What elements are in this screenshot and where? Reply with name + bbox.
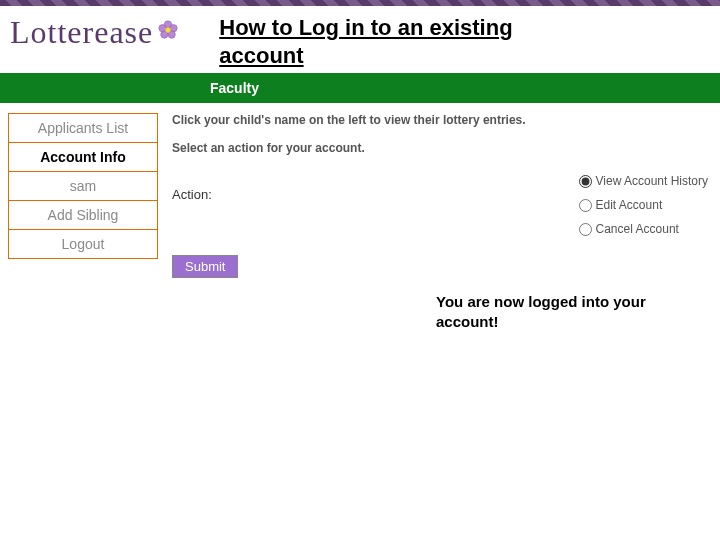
submit-button[interactable]: Submit bbox=[172, 255, 238, 278]
radio-label-edit: Edit Account bbox=[596, 198, 663, 212]
logo: Lotterease bbox=[10, 14, 179, 51]
svg-point-1 bbox=[170, 25, 177, 32]
main-area: Applicants List Account Info sam Add Sib… bbox=[0, 103, 720, 278]
svg-point-4 bbox=[159, 25, 166, 32]
sidebar-item-add-sibling[interactable]: Add Sibling bbox=[8, 201, 158, 230]
radio-edit-account[interactable]: Edit Account bbox=[579, 193, 709, 217]
logo-text: Lotterease bbox=[10, 14, 153, 51]
action-label: Action: bbox=[172, 169, 212, 202]
sidebar-item-logout[interactable]: Logout bbox=[8, 230, 158, 259]
instruction-2: Select an action for your account. bbox=[172, 141, 708, 155]
radio-label-view: View Account History bbox=[596, 174, 709, 188]
logged-in-note: You are now logged into your account! bbox=[436, 292, 666, 331]
action-area: Action: View Account History Edit Accoun… bbox=[172, 169, 708, 241]
radio-label-cancel: Cancel Account bbox=[596, 222, 679, 236]
sidebar-item-account-info[interactable]: Account Info bbox=[8, 143, 158, 172]
header-row: Lotterease How to Log in to an existing … bbox=[0, 6, 720, 73]
flower-icon bbox=[157, 12, 179, 49]
sidebar-item-sam[interactable]: sam bbox=[8, 172, 158, 201]
radio-cancel-account[interactable]: Cancel Account bbox=[579, 217, 709, 241]
svg-point-5 bbox=[166, 27, 172, 33]
sidebar: Applicants List Account Info sam Add Sib… bbox=[8, 113, 158, 278]
content-panel: Click your child's name on the left to v… bbox=[158, 113, 708, 278]
green-bar-label: Faculty bbox=[210, 80, 259, 96]
radio-input-view[interactable] bbox=[579, 175, 592, 188]
page-title: How to Log in to an existing account bbox=[219, 14, 579, 69]
sidebar-item-applicants-list[interactable]: Applicants List bbox=[8, 113, 158, 143]
green-bar: Faculty bbox=[0, 73, 720, 103]
radio-view-account-history[interactable]: View Account History bbox=[579, 169, 709, 193]
radio-input-cancel[interactable] bbox=[579, 223, 592, 236]
radio-list: View Account History Edit Account Cancel… bbox=[579, 169, 709, 241]
instruction-1: Click your child's name on the left to v… bbox=[172, 113, 708, 127]
radio-input-edit[interactable] bbox=[579, 199, 592, 212]
